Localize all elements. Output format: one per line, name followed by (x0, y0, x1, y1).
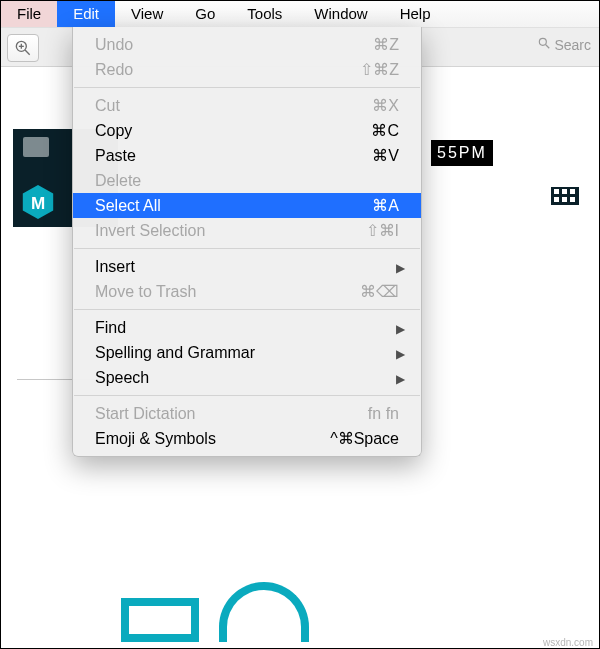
svg-text:M: M (31, 194, 45, 213)
menubar-item-tools[interactable]: Tools (231, 1, 298, 27)
menu-separator (74, 87, 420, 88)
menu-item-paste[interactable]: Paste ⌘V (73, 143, 421, 168)
preview-bottom-shapes (121, 582, 309, 642)
bar-shape-icon (121, 598, 199, 642)
menubar-item-go[interactable]: Go (179, 1, 231, 27)
menu-item-start-dictation: Start Dictation fn fn (73, 401, 421, 426)
menu-separator (74, 248, 420, 249)
menu-item-insert[interactable]: Insert ▶ (73, 254, 421, 279)
zoom-in-button[interactable] (7, 34, 39, 62)
menu-item-invert-selection: Invert Selection ⇧⌘I (73, 218, 421, 243)
menu-item-delete: Delete (73, 168, 421, 193)
menu-item-find[interactable]: Find ▶ (73, 315, 421, 340)
menu-item-select-all[interactable]: Select All ⌘A (73, 193, 421, 218)
menu-item-cut: Cut ⌘X (73, 93, 421, 118)
watermark: wsxdn.com (543, 637, 593, 648)
search-icon (537, 36, 551, 53)
menubar-item-help[interactable]: Help (384, 1, 447, 27)
svg-line-1 (25, 50, 30, 55)
hex-badge-icon: M (19, 183, 57, 221)
menubar-item-view[interactable]: View (115, 1, 179, 27)
search-placeholder: Searc (554, 37, 591, 53)
menu-item-speech[interactable]: Speech ▶ (73, 365, 421, 390)
menubar-item-window[interactable]: Window (298, 1, 383, 27)
submenu-arrow-icon: ▶ (396, 372, 405, 386)
submenu-arrow-icon: ▶ (396, 347, 405, 361)
menu-separator (74, 309, 420, 310)
menu-item-emoji-symbols[interactable]: Emoji & Symbols ^⌘Space (73, 426, 421, 451)
submenu-arrow-icon: ▶ (396, 322, 405, 336)
menu-separator (74, 395, 420, 396)
menubar-item-file[interactable]: File (1, 1, 57, 27)
menu-item-copy[interactable]: Copy ⌘C (73, 118, 421, 143)
menubar: File Edit View Go Tools Window Help (1, 1, 599, 27)
svg-line-5 (546, 45, 550, 49)
status-time: 55PM (431, 140, 493, 166)
menu-item-undo: Undo ⌘Z (73, 32, 421, 57)
svg-point-4 (540, 38, 547, 45)
menu-item-redo: Redo ⇧⌘Z (73, 57, 421, 82)
edit-menu: Undo ⌘Z Redo ⇧⌘Z Cut ⌘X Copy ⌘C Paste ⌘V… (72, 27, 422, 457)
grid-dots-icon[interactable] (551, 187, 579, 205)
menubar-item-edit[interactable]: Edit (57, 1, 115, 27)
arc-shape-icon (219, 582, 309, 642)
menu-item-move-to-trash: Move to Trash ⌘⌫ (73, 279, 421, 304)
menu-item-spelling-grammar[interactable]: Spelling and Grammar ▶ (73, 340, 421, 365)
image-icon (23, 137, 49, 157)
zoom-in-icon (13, 38, 33, 58)
submenu-arrow-icon: ▶ (396, 261, 405, 275)
search-field[interactable]: Searc (537, 36, 591, 53)
